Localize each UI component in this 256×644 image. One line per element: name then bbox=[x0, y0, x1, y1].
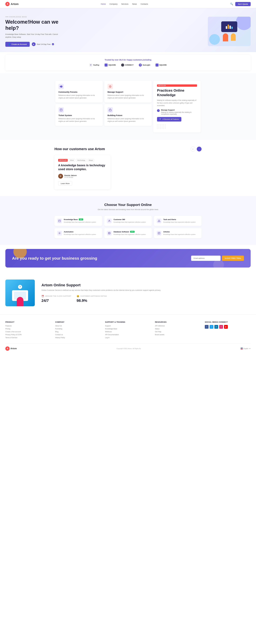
linkedin-button[interactable]: in bbox=[214, 325, 218, 329]
youtube-button[interactable]: ▶ bbox=[224, 325, 228, 329]
chevron-down-icon: ▼ bbox=[249, 348, 251, 350]
support-card-customer360: Customer 360 Knowledge base that organiz… bbox=[104, 216, 152, 226]
footer: PRODUCT Features Pricing Create a free a… bbox=[0, 314, 256, 354]
support-header: Choose Your Support Online Get the lates… bbox=[54, 203, 202, 211]
logo[interactable]: A Artom bbox=[5, 2, 19, 6]
svg-point-18 bbox=[108, 232, 110, 233]
support-card-knowledge-info: Knowledge Base NEW Knowledge base that o… bbox=[64, 218, 96, 223]
hero-section: KNOWLEDGE BASE Welcome!How can we help? … bbox=[0, 8, 256, 52]
stat2-value: 98.9% bbox=[77, 298, 107, 303]
footer-social-col: SOCIAL MEDIA CONNECT f t in ● ▶ bbox=[205, 321, 251, 340]
support-content: Artom Online Support Online Customer Ser… bbox=[42, 283, 251, 303]
create-account-button[interactable]: 👤 Create an Account bbox=[5, 42, 30, 47]
flag-icon bbox=[241, 348, 243, 350]
navbar: A Artom Home Company Services News Conta… bbox=[0, 0, 256, 8]
footer-link-webinars[interactable]: Webinars bbox=[105, 331, 151, 333]
features-left-col: Community Forums Reference about Lorem I… bbox=[54, 80, 103, 133]
support-illustration: ? bbox=[5, 280, 35, 306]
support-card-customer360-info: Customer 360 Knowledge base that organiz… bbox=[113, 218, 146, 223]
facebook-button[interactable]: f bbox=[205, 325, 208, 329]
support-main-title: Artom Online Support bbox=[42, 283, 251, 287]
article-title: A knowledge bases is technology used sto… bbox=[58, 164, 107, 171]
footer-link-pricing[interactable]: Pricing bbox=[5, 328, 51, 330]
manage-icon bbox=[107, 84, 113, 89]
free-trial-button[interactable]: ▶ Start 14-Day Free ● bbox=[32, 42, 54, 46]
next-arrow-button[interactable]: → bbox=[197, 147, 202, 152]
svg-rect-2 bbox=[62, 86, 62, 87]
articles-badge: ARTICLES bbox=[157, 84, 197, 87]
footer-link-create-account[interactable]: Create a free account bbox=[5, 331, 51, 333]
automation-icon bbox=[57, 231, 62, 236]
footer-resources-col: RESOURCES API reference Status Get Help … bbox=[155, 321, 201, 340]
footer-link-blog[interactable]: Blog bbox=[55, 331, 101, 333]
footer-link-contact[interactable]: Contact us bbox=[55, 334, 101, 336]
footer-link-privacy[interactable]: Privacy Policy & CCPA bbox=[5, 334, 51, 336]
free-trial-cta-button[interactable]: 14-DAY FREE TRIAL bbox=[222, 256, 244, 261]
hero-actions: 👤 Create an Account ▶ Start 14-Day Free … bbox=[5, 42, 59, 47]
footer-link-api-ref[interactable]: API reference bbox=[155, 325, 201, 327]
email-input[interactable] bbox=[191, 256, 221, 261]
feature-card-community: Community Forums Reference about Lorem I… bbox=[55, 81, 103, 102]
get-quote-button[interactable]: Get A Quote bbox=[235, 2, 251, 6]
footer-link-features[interactable]: Features bbox=[5, 325, 51, 327]
nav-services[interactable]: Services bbox=[121, 3, 129, 5]
language-selector[interactable]: English ▼ bbox=[241, 348, 251, 350]
footer-social-title: SOCIAL MEDIA CONNECT bbox=[205, 321, 251, 323]
tag-articles: ARTICLES bbox=[58, 159, 68, 162]
brand-square1: □ SQUARE bbox=[105, 64, 116, 66]
support-card-automation-info: Automation Knowledge base that organized… bbox=[64, 231, 96, 236]
footer-copyright: Copyright ©2021 Artom. All Rights By bbox=[116, 348, 141, 350]
support-title: Choose Your Support Online bbox=[54, 203, 202, 207]
footer-company-col: COMPANY About Us Funneling Blog Contact … bbox=[55, 321, 101, 340]
feature-community-title: Community Forums bbox=[58, 91, 99, 93]
check-icon: ✓ bbox=[157, 109, 160, 112]
tag-lower: #lower bbox=[87, 159, 94, 162]
support-card-alerts-info: Task and Alerts Knowledge base that orga… bbox=[163, 218, 196, 223]
features-right-col: ARTICLES Practices Online Knowledge Maki… bbox=[153, 81, 201, 132]
square2-icon: □ bbox=[156, 64, 159, 66]
learn-more-button[interactable]: Learn More bbox=[58, 181, 72, 186]
automation-desc: Knowledge base that organized collection… bbox=[64, 233, 96, 236]
support-grid: Knowledge Base NEW Knowledge base that o… bbox=[54, 216, 202, 238]
footer-link-funneling[interactable]: Funneling bbox=[55, 328, 101, 330]
footer-link-terms[interactable]: Terms of Service bbox=[5, 337, 51, 338]
instagram-button[interactable]: ● bbox=[219, 325, 223, 329]
carousel-arrows: ← → bbox=[191, 147, 202, 152]
square1-icon: □ bbox=[105, 64, 107, 66]
support-card-knowledge: Knowledge Base NEW Knowledge base that o… bbox=[54, 216, 102, 226]
footer-link-brand[interactable]: Brand assets bbox=[155, 334, 201, 336]
features-right-title: Practices Online Knowledge bbox=[157, 88, 197, 97]
footer-link-history[interactable]: History Policy bbox=[55, 337, 101, 338]
new-badge-1: NEW bbox=[79, 218, 83, 220]
nav-news[interactable]: News bbox=[132, 3, 137, 5]
footer-link-api-doc[interactable]: API Documentation bbox=[105, 334, 151, 336]
logo-icon: A bbox=[5, 2, 10, 6]
footer-link-kb[interactable]: Knowledge Base bbox=[105, 328, 151, 330]
footer-company-title: COMPANY bbox=[55, 321, 101, 323]
nav-home[interactable]: Home bbox=[101, 3, 106, 5]
cta-title: Are you ready to get your business gross… bbox=[12, 256, 97, 261]
support-card-database: Database Software NEW Knowledge base tha… bbox=[104, 228, 152, 238]
brand-square2: □ SQUARE bbox=[156, 64, 167, 66]
support-section: Choose Your Support Online Get the lates… bbox=[0, 196, 256, 245]
smile-icon: 😀 bbox=[77, 295, 79, 298]
footer-link-login[interactable]: Log In bbox=[105, 337, 151, 338]
footer-link-about[interactable]: About Us bbox=[55, 325, 101, 327]
search-icon[interactable]: 🔍 bbox=[230, 2, 233, 6]
connect-icon: ◯ bbox=[121, 64, 124, 66]
nav-company[interactable]: Company bbox=[109, 3, 117, 5]
twitter-button[interactable]: t bbox=[210, 325, 213, 329]
customers-section: How our customers use Artom ← → ARTICLES… bbox=[0, 140, 256, 196]
prev-arrow-button[interactable]: ← bbox=[191, 147, 195, 152]
discover-features-button[interactable]: 🔍 4 Discover all Features bbox=[157, 117, 181, 122]
nav-contacts[interactable]: Contacts bbox=[141, 3, 148, 5]
support-card-database-info: Database Software NEW Knowledge base tha… bbox=[113, 231, 146, 236]
feature-building-desc: Reference about Lorem Ipsgiving informat… bbox=[107, 118, 149, 122]
community-icon bbox=[58, 84, 64, 89]
svg-point-14 bbox=[109, 220, 110, 221]
trusted-count: 35,5 31+ bbox=[119, 59, 126, 61]
footer-link-support[interactable]: Support bbox=[105, 325, 151, 327]
footer-link-status[interactable]: Status bbox=[155, 328, 201, 330]
footer-link-get-help[interactable]: Get Help bbox=[155, 331, 201, 333]
footer-support-col: SUPPORT & TRAINING Support Knowledge Bas… bbox=[105, 321, 151, 340]
